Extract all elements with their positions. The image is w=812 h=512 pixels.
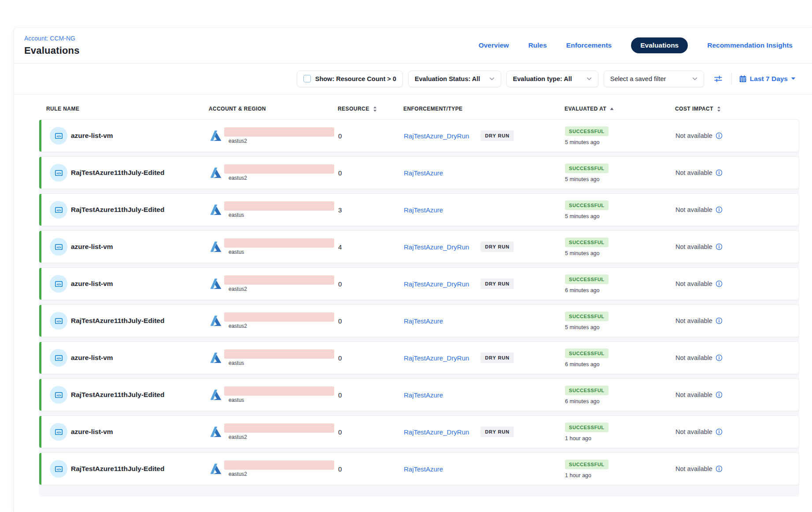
info-icon[interactable]: [716, 132, 723, 139]
resource-count: 4: [338, 243, 342, 251]
cost-impact-value: Not available: [675, 206, 712, 213]
table-row[interactable]: </> RajTestAzure11thJuly-Edited eastus2 …: [39, 304, 799, 337]
chevron-down-icon: [489, 77, 495, 81]
region-label: eastus: [229, 212, 334, 218]
azure-logo-icon: [209, 314, 222, 327]
dry-run-badge: DRY RUN: [480, 278, 514, 289]
info-icon[interactable]: [716, 354, 723, 361]
info-icon[interactable]: [716, 465, 723, 472]
tab-enforcements[interactable]: Enforcements: [566, 41, 612, 49]
table-row[interactable]: </> RajTestAzure11thJuly-Edited eastus2 …: [39, 156, 799, 189]
evaluated-time: 6 minutes ago: [565, 361, 600, 367]
azure-logo-icon: [209, 462, 222, 475]
rule-icon: </>: [50, 201, 67, 219]
info-icon[interactable]: [716, 206, 723, 213]
svg-text:</>: </>: [56, 430, 61, 434]
cost-impact-value: Not available: [675, 465, 712, 472]
resource-count: 0: [338, 317, 342, 325]
cost-impact-value: Not available: [675, 280, 712, 287]
resource-count: 0: [338, 169, 342, 177]
tab-rules[interactable]: Rules: [528, 41, 547, 49]
breadcrumb-account-link[interactable]: Account: CCM-NG: [24, 35, 80, 42]
enforcement-link[interactable]: RajTestAzure_DryRun: [404, 132, 469, 140]
sort-both-icon[interactable]: [373, 106, 377, 112]
table-row[interactable]: </> azure-list-vm eastus2 0 RajTestAzure…: [39, 416, 799, 448]
date-range-picker[interactable]: Last 7 Days: [739, 75, 796, 83]
column-enforcement-type: ENFORCEMENT/TYPE: [403, 106, 565, 112]
status-badge: SUCCESSFUL: [565, 200, 609, 210]
tab-recommendation-insights[interactable]: Recommendation Insights: [707, 41, 793, 49]
vertical-divider: [731, 73, 732, 85]
sort-both-icon[interactable]: [717, 106, 721, 112]
status-badge: SUCCESSFUL: [565, 126, 609, 136]
table-row[interactable]: </> azure-list-vm eastus2 0 RajTestAzure…: [39, 119, 799, 152]
rule-icon: </>: [50, 312, 67, 330]
status-accent-bar: [39, 379, 41, 411]
rule-name: RajTestAzure11thJuly-Edited: [71, 317, 164, 325]
status-badge: SUCCESSFUL: [565, 460, 609, 469]
table-row[interactable]: </> azure-list-vm eastus2 0 RajTestAzure…: [39, 267, 799, 300]
cost-impact-value: Not available: [675, 354, 712, 361]
rule-name: azure-list-vm: [71, 132, 113, 140]
tab-overview[interactable]: Overview: [479, 41, 509, 49]
rule-icon: </>: [50, 423, 67, 441]
filter-settings-icon[interactable]: [714, 74, 723, 83]
table-row[interactable]: </> azure-list-vm eastus 0 RajTestAzure_…: [39, 341, 799, 374]
resource-count-label: Show: Resource Count > 0: [315, 75, 396, 82]
column-account-region: ACCOUNT & REGION: [209, 106, 338, 112]
column-resource[interactable]: RESOURCE: [338, 106, 403, 112]
info-icon[interactable]: [716, 317, 723, 324]
info-icon[interactable]: [716, 169, 723, 176]
info-icon[interactable]: [716, 280, 723, 287]
table-row[interactable]: </> RajTestAzure11thJuly-Edited eastus 0…: [39, 378, 799, 411]
evaluation-type-dropdown[interactable]: Evaluation type: All: [506, 70, 598, 87]
info-icon[interactable]: [716, 391, 723, 398]
enforcement-link[interactable]: RajTestAzure_DryRun: [404, 354, 469, 362]
redacted-account-name: [224, 238, 334, 248]
redacted-account-name: [224, 275, 334, 285]
region-label: eastus: [229, 249, 334, 255]
saved-filter-dropdown[interactable]: Select a saved filter: [604, 70, 704, 87]
rule-name: RajTestAzure11thJuly-Edited: [71, 169, 164, 177]
enforcement-link[interactable]: RajTestAzure: [404, 465, 443, 473]
enforcement-link[interactable]: RajTestAzure_DryRun: [404, 243, 469, 251]
enforcement-link[interactable]: RajTestAzure: [404, 206, 443, 214]
resource-count-filter[interactable]: Show: Resource Count > 0: [297, 70, 403, 87]
evaluation-status-value: Evaluation Status: All: [415, 75, 480, 82]
enforcement-link[interactable]: RajTestAzure: [404, 391, 443, 399]
dry-run-badge: DRY RUN: [480, 241, 514, 252]
enforcement-link[interactable]: RajTestAzure_DryRun: [404, 428, 469, 436]
rule-icon: </>: [50, 238, 67, 256]
tab-evaluations[interactable]: Evaluations: [631, 37, 688, 53]
info-icon[interactable]: [716, 243, 723, 250]
table-row[interactable]: </> RajTestAzure11thJuly-Edited eastus 3…: [39, 193, 799, 226]
enforcement-link[interactable]: RajTestAzure_DryRun: [404, 280, 469, 288]
table-row[interactable]: </> RajTestAzure11thJuly-Edited eastus2 …: [39, 453, 799, 485]
column-evaluated-at[interactable]: EVALUATED AT: [565, 106, 675, 112]
redacted-account-name: [224, 312, 334, 322]
column-cost-impact[interactable]: COST IMPACT: [675, 106, 799, 112]
status-badge: SUCCESSFUL: [565, 386, 609, 395]
enforcement-link[interactable]: RajTestAzure: [404, 169, 443, 177]
sort-asc-icon[interactable]: [610, 108, 614, 110]
table-row[interactable]: </> azure-list-vm eastus 4 RajTestAzure_…: [39, 230, 799, 263]
svg-text:</>: </>: [56, 282, 61, 286]
redacted-account-name: [224, 423, 334, 433]
rule-name: RajTestAzure11thJuly-Edited: [71, 465, 164, 473]
redacted-account-name: [224, 201, 334, 211]
filter-bar: Show: Resource Count > 0 Evaluation Stat…: [14, 63, 812, 94]
status-badge: SUCCESSFUL: [565, 237, 609, 247]
info-icon[interactable]: [716, 428, 723, 435]
svg-text:</>: </>: [56, 467, 61, 471]
evaluated-time: 6 minutes ago: [565, 398, 600, 404]
evaluated-time: 5 minutes ago: [565, 176, 600, 182]
resource-count-checkbox[interactable]: [303, 75, 311, 82]
rule-name: azure-list-vm: [71, 428, 113, 436]
enforcement-link[interactable]: RajTestAzure: [404, 317, 443, 325]
evaluated-time: 6 minutes ago: [565, 287, 600, 293]
rule-icon: </>: [50, 460, 67, 478]
resource-count: 0: [338, 354, 342, 362]
rule-icon: </>: [50, 349, 67, 367]
date-range-value: Last 7 Days: [750, 75, 788, 83]
evaluation-status-dropdown[interactable]: Evaluation Status: All: [408, 70, 501, 87]
